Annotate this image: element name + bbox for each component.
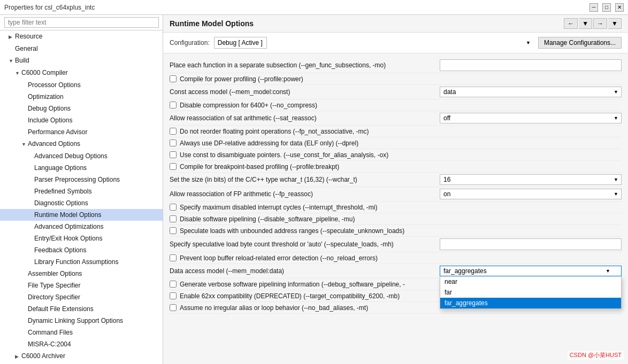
- checkbox-3[interactable]: [170, 102, 177, 109]
- tree-item-include-options[interactable]: Include Options: [0, 114, 163, 126]
- option-row-6: Always use DP-relative addressing for da…: [170, 137, 622, 149]
- option-row-5: Do not reorder floating point operations…: [170, 126, 622, 137]
- checkbox-13[interactable]: [170, 227, 177, 234]
- dropdown-option-far[interactable]: far: [440, 287, 621, 298]
- checkbox-17[interactable]: [170, 281, 177, 288]
- close-button[interactable]: ✕: [615, 3, 624, 12]
- select-10[interactable]: onoff: [440, 189, 622, 199]
- select-empty-0[interactable]: [440, 59, 622, 71]
- dropdown-selected-16[interactable]: far_aggregates▼: [440, 266, 622, 276]
- tree-item-parser-preprocessing-options[interactable]: Parser Preprocessing Options: [0, 174, 163, 185]
- tree-item-optimization[interactable]: Optimization: [0, 91, 163, 103]
- tree-item-library-function-assumptions[interactable]: Library Function Assumptions: [0, 256, 163, 268]
- dropdown-value-16: far_aggregates: [443, 267, 487, 275]
- config-label: Configuration:: [170, 39, 210, 47]
- checkbox-12[interactable]: [170, 215, 177, 222]
- option-row-2: Const access model (--mem_model:const)da…: [170, 85, 622, 99]
- options-content: Place each function in a separate subsec…: [163, 53, 628, 364]
- tree-item-advanced-debug-options[interactable]: Advanced Debug Options: [0, 150, 163, 162]
- tree-item-entry-exit-hook-options[interactable]: Entry/Exit Hook Options: [0, 233, 163, 244]
- option-label-5: Do not reorder floating point operations…: [180, 128, 622, 135]
- checkbox-8[interactable]: [170, 163, 177, 170]
- checkbox-7[interactable]: [170, 151, 177, 158]
- tree-item-label-default-file-extensions: Default File Extensions: [28, 305, 94, 313]
- checkbox-5[interactable]: [170, 128, 177, 135]
- option-row-1: Compile for power profiling (--profile:p…: [170, 73, 622, 85]
- nav-back-button[interactable]: ←: [564, 18, 578, 29]
- tree-item-label-performance-advisor: Performance Advisor: [28, 128, 87, 136]
- option-label-13: Speculate loads with unbounded address r…: [180, 227, 622, 235]
- tree-item-label-advanced-debug-options: Advanced Debug Options: [34, 152, 108, 160]
- dropdown-list-16: nearfarfar_aggregates: [440, 276, 622, 309]
- tree-item-file-type-specifier[interactable]: File Type Specifier: [0, 280, 163, 291]
- expand-icon-c6000-archiver: ▶: [15, 352, 21, 361]
- dropdown-option-far_aggregates[interactable]: far_aggregates: [440, 298, 621, 308]
- nav-buttons: ← ▼ → ▼: [564, 18, 622, 29]
- right-header: Runtime Model Options ← ▼ → ▼: [163, 15, 628, 33]
- checkbox-11[interactable]: [170, 204, 177, 211]
- tree-item-general[interactable]: General: [0, 43, 163, 55]
- tree-item-command-files[interactable]: Command Files: [0, 327, 163, 338]
- config-bar: Configuration: Debug [ Active ] Manage C…: [163, 33, 628, 53]
- tree-item-label-entry-exit-hook-options: Entry/Exit Hook Options: [34, 235, 102, 242]
- checkbox-19[interactable]: [170, 304, 177, 311]
- tree-item-misra-c2004[interactable]: MISRA-C:2004: [0, 338, 163, 350]
- tree-item-runtime-model-options[interactable]: Runtime Model Options: [0, 209, 163, 221]
- tree-item-performance-advisor[interactable]: Performance Advisor: [0, 126, 163, 138]
- titlebar-controls: ─ □ ✕: [589, 3, 624, 12]
- select-wrapper-4: offon: [440, 113, 622, 123]
- select-wrapper-9: 1632: [440, 174, 622, 185]
- tree-item-advanced-optimizations[interactable]: Advanced Optimizations: [0, 221, 163, 233]
- select-9[interactable]: 1632: [440, 174, 622, 185]
- tree-item-label-assembler-options: Assembler Options: [28, 270, 82, 277]
- maximize-button[interactable]: □: [602, 3, 611, 12]
- expand-icon-c6000-compiler: ▼: [15, 68, 21, 78]
- tree-item-label-advanced-options: Advanced Options: [28, 140, 80, 148]
- expand-icon-advanced-options: ▼: [21, 140, 28, 149]
- tree-item-advanced-options[interactable]: ▼Advanced Options: [0, 138, 163, 150]
- dropdown-option-near[interactable]: near: [440, 276, 621, 287]
- manage-configurations-button[interactable]: Manage Configurations...: [538, 37, 622, 49]
- option-row-16: Data access model (--mem_model:data)far_…: [170, 264, 622, 278]
- checkbox-6[interactable]: [170, 140, 177, 146]
- option-label-3: Disable compression for 6400+ (--no_comp…: [180, 102, 622, 109]
- tree-item-dynamic-linking-support-options[interactable]: Dynamic Linking Support Options: [0, 315, 163, 327]
- option-label-14: Specify speculative load byte count thre…: [170, 241, 440, 248]
- tree-item-resource[interactable]: ▶Resource: [0, 30, 163, 43]
- tree-item-c6000-archiver[interactable]: ▶C6000 Archiver: [0, 350, 163, 362]
- checkbox-1[interactable]: [170, 75, 177, 82]
- checkbox-18[interactable]: [170, 292, 177, 299]
- tree-item-label-debug-options: Debug Options: [28, 105, 71, 112]
- tree-item-label-language-options: Language Options: [34, 164, 87, 172]
- tree-item-processor-options[interactable]: Processor Options: [0, 79, 163, 91]
- search-input[interactable]: [4, 17, 159, 28]
- tree-item-label-file-type-specifier: File Type Specifier: [28, 282, 81, 289]
- tree-item-language-options[interactable]: Language Options: [0, 162, 163, 174]
- nav-back-dropdown-button[interactable]: ▼: [579, 18, 592, 29]
- option-label-6: Always use DP-relative addressing for da…: [180, 140, 622, 147]
- tree-item-debug-options[interactable]: Debug Options: [0, 103, 163, 114]
- tree-item-c6000-compiler[interactable]: ▼C6000 Compiler: [0, 67, 163, 79]
- config-select[interactable]: Debug [ Active ]: [214, 37, 267, 49]
- select-empty-14[interactable]: [440, 238, 622, 250]
- select-2[interactable]: datafarnearfar_aggregates: [440, 87, 622, 97]
- tree: ▶ResourceGeneral▼Build▼C6000 CompilerPro…: [0, 30, 163, 364]
- option-label-2: Const access model (--mem_model:const): [170, 88, 440, 96]
- tree-item-predefined-symbols[interactable]: Predefined Symbols: [0, 185, 163, 197]
- tree-item-diagnostic-options[interactable]: Diagnostic Options: [0, 197, 163, 209]
- tree-item-assembler-options[interactable]: Assembler Options: [0, 268, 163, 280]
- checkbox-15[interactable]: [170, 254, 177, 261]
- main-layout: ▶ResourceGeneral▼Build▼C6000 CompilerPro…: [0, 15, 628, 364]
- tree-item-directory-specifier[interactable]: Directory Specifier: [0, 291, 163, 303]
- tree-item-build[interactable]: ▼Build: [0, 55, 163, 67]
- option-label-11: Specify maximum disabled interrupt cycle…: [180, 204, 622, 211]
- tree-item-default-file-extensions[interactable]: Default File Extensions: [0, 303, 163, 315]
- nav-forward-dropdown-button[interactable]: ▼: [608, 18, 622, 29]
- select-wrapper-2: datafarnearfar_aggregates: [440, 87, 622, 97]
- option-row-13: Speculate loads with unbounded address r…: [170, 225, 622, 237]
- right-panel: Runtime Model Options ← ▼ → ▼ Configurat…: [163, 15, 628, 364]
- select-4[interactable]: offon: [440, 113, 622, 123]
- tree-item-feedback-options[interactable]: Feedback Options: [0, 244, 163, 256]
- nav-forward-button[interactable]: →: [593, 18, 607, 29]
- minimize-button[interactable]: ─: [589, 3, 598, 12]
